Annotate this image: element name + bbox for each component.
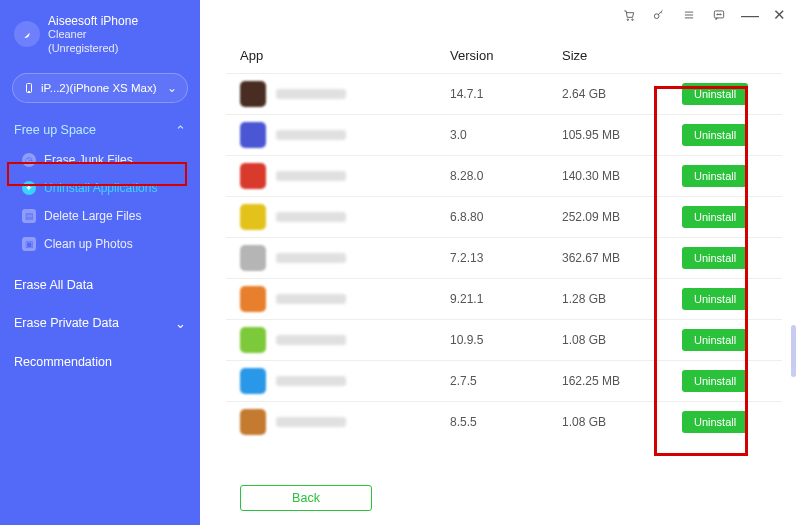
- app-name-blurred: [276, 130, 346, 140]
- app-version: 8.28.0: [450, 169, 562, 183]
- app-size: 1.08 GB: [562, 333, 682, 347]
- app-version: 3.0: [450, 128, 562, 142]
- sidebar-item-erase-junk[interactable]: ◷ Erase Junk Files: [0, 146, 200, 174]
- svg-point-10: [719, 14, 720, 15]
- app-version: 8.5.5: [450, 415, 562, 429]
- sidebar-item-uninstall-apps[interactable]: ✦ Uninstall Applications: [0, 174, 200, 202]
- app-icon: [240, 81, 266, 107]
- uninstall-button[interactable]: Uninstall: [682, 247, 748, 269]
- sidebar-item-delete-large[interactable]: ▤ Delete Large Files: [0, 202, 200, 230]
- app-icon: [240, 327, 266, 353]
- app-size: 252.09 MB: [562, 210, 682, 224]
- uninstall-button[interactable]: Uninstall: [682, 83, 748, 105]
- table-row: 10.9.51.08 GBUninstall: [226, 319, 782, 360]
- app-name-blurred: [276, 376, 346, 386]
- app-name-blurred: [276, 294, 346, 304]
- svg-point-9: [717, 14, 718, 15]
- sidebar: Aiseesoft iPhone Cleaner (Unregistered) …: [0, 0, 200, 525]
- app-version: 10.9.5: [450, 333, 562, 347]
- app-version: 7.2.13: [450, 251, 562, 265]
- phone-icon: [23, 82, 35, 94]
- app-name-blurred: [276, 335, 346, 345]
- uninstall-button[interactable]: Uninstall: [682, 370, 748, 392]
- brand-line1: Aiseesoft iPhone: [48, 14, 138, 28]
- close-button[interactable]: ✕: [773, 6, 786, 24]
- gear-icon: ✦: [22, 181, 36, 195]
- uninstall-button[interactable]: Uninstall: [682, 206, 748, 228]
- app-name-blurred: [276, 417, 346, 427]
- chevron-up-icon: ⌃: [175, 123, 186, 138]
- app-name-blurred: [276, 89, 346, 99]
- svg-point-11: [720, 14, 721, 15]
- sidebar-item-recommendation[interactable]: Recommendation: [0, 343, 200, 381]
- app-size: 1.28 GB: [562, 292, 682, 306]
- app-icon: [240, 122, 266, 148]
- table-row: 7.2.13362.67 MBUninstall: [226, 237, 782, 278]
- app-version: 2.7.5: [450, 374, 562, 388]
- sidebar-item-clean-photos[interactable]: ▣ Clean up Photos: [0, 230, 200, 258]
- app-name-blurred: [276, 212, 346, 222]
- col-version: Version: [450, 48, 562, 63]
- brand-status: (Unregistered): [48, 42, 118, 54]
- table-row: 3.0105.95 MBUninstall: [226, 114, 782, 155]
- col-app: App: [240, 48, 450, 63]
- app-size: 105.95 MB: [562, 128, 682, 142]
- table-row: 6.8.80252.09 MBUninstall: [226, 196, 782, 237]
- sidebar-big-label: Erase All Data: [14, 278, 93, 292]
- chevron-down-icon: ⌄: [167, 81, 177, 95]
- app-version: 14.7.1: [450, 87, 562, 101]
- sidebar-item-label: Uninstall Applications: [44, 181, 157, 195]
- app-size: 140.30 MB: [562, 169, 682, 183]
- clock-icon: ◷: [22, 153, 36, 167]
- sidebar-item-erase-all[interactable]: Erase All Data: [0, 266, 200, 304]
- chevron-down-icon: ⌄: [175, 316, 186, 331]
- uninstall-button[interactable]: Uninstall: [682, 329, 748, 351]
- app-size: 2.64 GB: [562, 87, 682, 101]
- sidebar-big-label: Erase Private Data: [14, 316, 119, 330]
- app-icon: [240, 245, 266, 271]
- uninstall-button[interactable]: Uninstall: [682, 124, 748, 146]
- app-rows: 14.7.12.64 GBUninstall3.0105.95 MBUninst…: [226, 73, 782, 475]
- menu-icon[interactable]: [681, 7, 697, 23]
- uninstall-button[interactable]: Uninstall: [682, 411, 748, 433]
- col-size: Size: [562, 48, 682, 63]
- scrollbar-thumb[interactable]: [791, 325, 796, 377]
- section-free-up-space[interactable]: Free up Space ⌃: [0, 115, 200, 146]
- brand-logo-icon: [14, 21, 40, 47]
- device-selector[interactable]: iP...2)(iPhone XS Max) ⌄: [12, 73, 188, 103]
- uninstall-button[interactable]: Uninstall: [682, 288, 748, 310]
- sidebar-big-label: Recommendation: [14, 355, 112, 369]
- brand: Aiseesoft iPhone Cleaner (Unregistered): [0, 10, 200, 67]
- feedback-icon[interactable]: [711, 7, 727, 23]
- app-size: 162.25 MB: [562, 374, 682, 388]
- back-button[interactable]: Back: [240, 485, 372, 511]
- section-title: Free up Space: [14, 123, 96, 137]
- app-version: 6.8.80: [450, 210, 562, 224]
- uninstall-button[interactable]: Uninstall: [682, 165, 748, 187]
- table-row: 14.7.12.64 GBUninstall: [226, 73, 782, 114]
- table-row: 9.21.11.28 GBUninstall: [226, 278, 782, 319]
- app-icon: [240, 368, 266, 394]
- app-size: 1.08 GB: [562, 415, 682, 429]
- app-name-blurred: [276, 171, 346, 181]
- app-size: 362.67 MB: [562, 251, 682, 265]
- sidebar-item-label: Delete Large Files: [44, 209, 141, 223]
- app-version: 9.21.1: [450, 292, 562, 306]
- svg-point-4: [654, 14, 659, 19]
- file-icon: ▤: [22, 209, 36, 223]
- table-row: 8.28.0140.30 MBUninstall: [226, 155, 782, 196]
- app-icon: [240, 409, 266, 435]
- table-row: 2.7.5162.25 MBUninstall: [226, 360, 782, 401]
- photo-icon: ▣: [22, 237, 36, 251]
- sidebar-item-label: Erase Junk Files: [44, 153, 133, 167]
- app-icon: [240, 163, 266, 189]
- key-icon[interactable]: [651, 7, 667, 23]
- app-icon: [240, 286, 266, 312]
- titlebar: — ✕: [621, 6, 786, 24]
- device-label: iP...2)(iPhone XS Max): [41, 82, 156, 94]
- sidebar-item-erase-private[interactable]: Erase Private Data ⌄: [0, 304, 200, 343]
- cart-icon[interactable]: [621, 7, 637, 23]
- main-panel: — ✕ App Version Size 14.7.12.64 GBUninst…: [200, 0, 800, 525]
- table-row: 8.5.51.08 GBUninstall: [226, 401, 782, 442]
- sidebar-item-label: Clean up Photos: [44, 237, 133, 251]
